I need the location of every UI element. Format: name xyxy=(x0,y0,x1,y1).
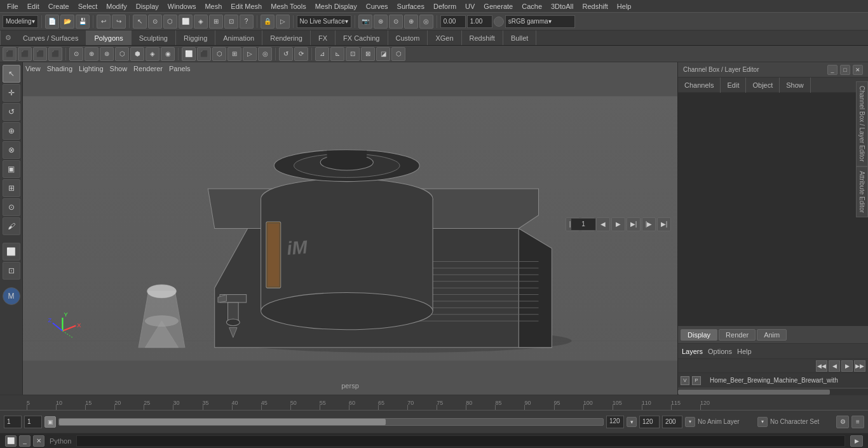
window-close-btn[interactable]: ✕ xyxy=(33,435,44,447)
view-tool-15[interactable]: ⊞ xyxy=(227,47,241,61)
viewport-menu-panels[interactable]: Panels xyxy=(169,65,191,72)
menu-file[interactable]: File xyxy=(3,0,23,13)
tab-curves-surfaces[interactable]: Curves / Surfaces xyxy=(15,31,86,45)
lock-btn[interactable]: 🔒 xyxy=(261,15,275,29)
new-file-btn[interactable]: 📄 xyxy=(45,15,59,29)
pb-play-btn[interactable]: ▶ xyxy=(611,217,625,231)
snap3-btn[interactable]: ⊡ xyxy=(224,15,238,29)
view-tool-12[interactable]: ⬜ xyxy=(182,47,196,61)
layer-fwd-btn[interactable]: ▶▶ xyxy=(854,360,865,372)
select-btn[interactable]: ↖ xyxy=(133,15,147,29)
anim-mode-btn[interactable]: ▾ xyxy=(685,417,695,427)
frame-current-input[interactable] xyxy=(24,416,42,428)
cam-btn[interactable]: 📷 xyxy=(358,15,372,29)
view-tool-17[interactable]: ◎ xyxy=(258,47,272,61)
lasso-btn[interactable]: ⊙ xyxy=(148,15,162,29)
python-input[interactable] xyxy=(76,435,845,447)
view-tool-9[interactable]: ⬢ xyxy=(130,47,144,61)
tab-settings-btn[interactable]: ⚙ xyxy=(0,31,15,45)
view-tool-16[interactable]: ▷ xyxy=(243,47,257,61)
view-tool-22[interactable]: ⊡ xyxy=(346,47,360,61)
timeline-slider[interactable] xyxy=(58,418,604,426)
help-btn[interactable]: ? xyxy=(240,15,254,29)
layers-scrollbar[interactable] xyxy=(678,388,868,395)
layer-visibility-btn[interactable]: V xyxy=(681,376,689,385)
tab-polygons[interactable]: Polygons xyxy=(86,31,131,45)
disp-tab-render[interactable]: Render xyxy=(719,329,756,341)
show-manip-btn[interactable]: ⊞ xyxy=(3,179,20,197)
tab-custom[interactable]: Custom xyxy=(388,31,428,45)
menu-surfaces[interactable]: Surfaces xyxy=(393,0,429,13)
tab-edit[interactable]: Edit xyxy=(721,78,746,93)
gamma-selector[interactable]: sRGB gamma ▾ xyxy=(505,15,575,28)
mode-selector[interactable]: Modeling ▾ xyxy=(3,15,38,28)
snap-grid-btn[interactable]: ⊡ xyxy=(3,262,20,280)
layer-next-btn[interactable]: ▶ xyxy=(841,360,853,372)
tab-rigging[interactable]: Rigging xyxy=(176,31,215,45)
current-frame-display[interactable] xyxy=(571,218,596,231)
tab-xgen[interactable]: XGen xyxy=(428,31,461,45)
menu-edit[interactable]: Edit xyxy=(23,0,44,13)
paint-select-btn[interactable]: 🖌 xyxy=(3,217,20,235)
view-tool-2[interactable]: ⬛ xyxy=(18,47,32,61)
view-tool-13[interactable]: ⬛ xyxy=(197,47,211,61)
tab-fx[interactable]: FX xyxy=(311,31,336,45)
maya-icon-btn[interactable]: M xyxy=(3,287,20,305)
save-file-btn[interactable]: 💾 xyxy=(76,15,90,29)
cb-rtab-attreditor[interactable]: Attribute Editor xyxy=(856,166,868,217)
menu-redshift[interactable]: Redshift xyxy=(578,0,612,13)
frame-start-input[interactable] xyxy=(4,416,22,428)
viewport-menu-renderer[interactable]: Renderer xyxy=(133,65,163,72)
gamma-value[interactable]: 1.00 xyxy=(467,15,492,28)
disp-tab-display[interactable]: Display xyxy=(681,329,717,341)
menu-mesh-tools[interactable]: Mesh Tools xyxy=(266,0,310,13)
cb-rtab-channelbox[interactable]: Channel Box / Layer Editor xyxy=(856,81,868,166)
menu-cache[interactable]: Cache xyxy=(517,0,546,13)
view-tool-6[interactable]: ⊕ xyxy=(85,47,98,61)
view3-btn[interactable]: ⊙ xyxy=(389,15,403,29)
tab-show[interactable]: Show xyxy=(780,78,811,93)
view-tool-21[interactable]: ⊾ xyxy=(330,47,344,61)
tab-object[interactable]: Object xyxy=(746,78,780,93)
tab-animation[interactable]: Animation xyxy=(215,31,262,45)
view2-btn[interactable]: ⊛ xyxy=(374,15,388,29)
menu-edit-mesh[interactable]: Edit Mesh xyxy=(226,0,266,13)
menu-uv[interactable]: UV xyxy=(461,0,479,13)
menu-mesh[interactable]: Mesh xyxy=(200,0,226,13)
view-tool-19[interactable]: ⟳ xyxy=(294,47,308,61)
cb-close-btn[interactable]: ✕ xyxy=(853,65,863,75)
rotate-tool-btn[interactable]: ↺ xyxy=(3,103,20,121)
viewport-menu-view[interactable]: View xyxy=(25,65,41,72)
redo-btn[interactable]: ↪ xyxy=(112,15,126,29)
view-tool-4[interactable]: ⬛ xyxy=(48,47,62,61)
viewport-menu-show[interactable]: Show xyxy=(110,65,128,72)
view-tool-23[interactable]: ⊠ xyxy=(361,47,375,61)
layer-back-btn[interactable]: ◀◀ xyxy=(816,360,827,372)
menu-windows[interactable]: Windows xyxy=(163,0,201,13)
tab-bullet[interactable]: Bullet xyxy=(503,31,537,45)
menu-help[interactable]: Help xyxy=(613,0,636,13)
tab-rendering[interactable]: Rendering xyxy=(262,31,311,45)
paint-btn[interactable]: ⬡ xyxy=(163,15,177,29)
view-tool-5[interactable]: ⊙ xyxy=(69,47,83,61)
offset-value[interactable]: 0.00 xyxy=(440,15,466,28)
view-tool-8[interactable]: ⬡ xyxy=(115,47,129,61)
menu-create[interactable]: Create xyxy=(44,0,74,13)
view-tool-25[interactable]: ⬡ xyxy=(391,47,405,61)
lasso-tool-btn[interactable]: ⊙ xyxy=(3,198,20,216)
menu-generate[interactable]: Generate xyxy=(479,0,517,13)
tab-sculpting[interactable]: Sculpting xyxy=(132,31,176,45)
view5-btn[interactable]: ◎ xyxy=(419,15,433,29)
soft-mod-btn[interactable]: ▣ xyxy=(3,160,20,178)
view-tool-1[interactable]: ⬛ xyxy=(3,47,17,61)
menu-deform[interactable]: Deform xyxy=(429,0,461,13)
layer-prev-btn[interactable]: ◀ xyxy=(829,360,840,372)
window-icon-btn[interactable]: ⬜ xyxy=(5,435,17,447)
cb-collapse-btn[interactable]: _ xyxy=(827,65,837,75)
undo-btn[interactable]: ↩ xyxy=(97,15,111,29)
select-tool-btn[interactable]: ↖ xyxy=(3,65,20,83)
view-tool-14[interactable]: ⬡ xyxy=(212,47,226,61)
live-surface-dropdown[interactable]: No Live Surface ▾ xyxy=(297,15,351,28)
layers-tab-options[interactable]: Options xyxy=(708,348,732,355)
range-mode-btn[interactable]: ▾ xyxy=(627,417,637,427)
